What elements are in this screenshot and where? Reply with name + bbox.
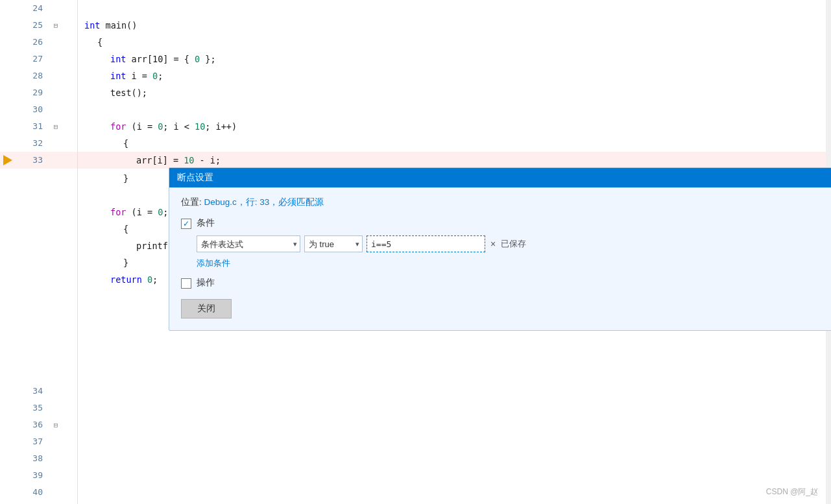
code-area: int main() { int arr[10] = { 0 }; int i … [78, 0, 831, 504]
code-num-36a: 0 [158, 204, 163, 221]
line-number-34: 34 [16, 383, 49, 400]
condition-saved-label: 已保存 [501, 238, 526, 250]
keyword-return-40: return [110, 271, 142, 288]
location-prefix: 位置: [181, 197, 202, 207]
line-row-32: 32 [0, 135, 77, 152]
line-number-36: 36 [16, 416, 49, 433]
breakpoint-area-33[interactable] [0, 155, 16, 165]
code-text-29: test(); [110, 84, 147, 101]
code-num-31b: 10 [195, 118, 205, 135]
keyword-int-28: int [110, 67, 126, 84]
line-number-39: 39 [16, 467, 49, 484]
code-text-27b: }; [200, 51, 215, 67]
line-row-33: 33 [0, 152, 77, 169]
line-number-24: 24 [16, 0, 49, 17]
line-gutter: 24 25 ⊟ 26 27 28 29 [0, 0, 78, 504]
popup-location: 位置: Debug.c，行: 33，必须匹配源 [181, 197, 831, 208]
code-text-33: arr[i] = [136, 152, 184, 169]
keyword-int-25: int [84, 17, 100, 34]
fold-area-25[interactable]: ⊟ [49, 21, 62, 30]
operation-checkbox[interactable] [181, 278, 191, 289]
add-condition-link[interactable]: 添加条件 [197, 258, 831, 269]
line-number-33: 33 [16, 152, 49, 169]
editor-container: 24 25 ⊟ 26 27 28 29 [0, 0, 831, 504]
line-number-37: 37 [16, 433, 49, 450]
code-text-25: main() [100, 17, 137, 34]
condition-checkbox[interactable] [181, 219, 191, 229]
fold-icon-36[interactable]: ⊟ [54, 421, 58, 429]
code-text-39: } [123, 254, 128, 271]
code-line-26: { [78, 34, 831, 51]
code-line-30 [78, 101, 831, 118]
code-text-40a [142, 271, 147, 288]
condition-clear-button[interactable]: × [489, 239, 497, 249]
popup-body: 位置: Debug.c，行: 33，必须匹配源 条件 条件表达式 [169, 187, 831, 330]
code-num-33: 10 [184, 152, 194, 169]
condition-mode-select[interactable]: 为 true [304, 235, 363, 252]
fold-icon-31[interactable]: ⊟ [54, 123, 58, 131]
line-row-36: 36 ⊟ [0, 416, 77, 433]
line-row-30: 30 [0, 101, 77, 118]
code-text-31a: (i = [126, 118, 158, 135]
code-line-27: int arr[10] = { 0 }; [78, 51, 831, 67]
close-btn-row: 关闭 [181, 299, 831, 318]
line-number-30: 30 [16, 101, 49, 118]
code-num-40: 0 [147, 271, 152, 288]
fold-icon-25[interactable]: ⊟ [54, 21, 58, 30]
code-text-34: } [123, 170, 128, 187]
location-link[interactable]: Debug.c，行: 33，必须匹配源 [204, 197, 324, 207]
code-line-32: { [78, 135, 831, 152]
code-text-36a: (i = [126, 204, 158, 221]
line-row-40: 40 [0, 484, 77, 501]
code-text-28a: i = [126, 67, 152, 84]
code-line-33: arr[i] = 10 - i; [78, 152, 831, 169]
code-text-28b: ; [158, 67, 163, 84]
line-row-24: 24 [0, 0, 77, 17]
line-row-38: 38 [0, 450, 77, 467]
keyword-for-36: for [110, 204, 126, 221]
code-text-33b: - i; [194, 152, 221, 169]
condition-row: 条件表达式 为 true × 已保存 [197, 235, 831, 252]
code-text-40b: ; [152, 271, 158, 288]
popup-header: 断点设置 × [169, 168, 831, 187]
code-num-31a: 0 [158, 118, 163, 135]
line-row-39: 39 [0, 467, 77, 484]
code-line-24 [78, 0, 831, 17]
code-num-28: 0 [152, 67, 158, 84]
code-num-27: 0 [195, 51, 200, 67]
watermark: CSDN @阿_赵 [766, 486, 818, 498]
condition-type-wrapper: 条件表达式 [197, 235, 300, 252]
line-number-27: 27 [16, 51, 49, 67]
condition-type-select[interactable]: 条件表达式 [197, 235, 300, 252]
line-number-35: 35 [16, 400, 49, 416]
code-text-38a: printf( [136, 237, 173, 254]
line-number-40: 40 [16, 484, 49, 501]
code-text-37: { [123, 221, 128, 237]
code-line-25: int main() [78, 17, 831, 34]
line-row-35: 35 [0, 400, 77, 416]
code-text-27a: arr[10] = { [126, 51, 195, 67]
condition-section: 条件 [181, 217, 831, 229]
code-text-31b: ; i < [163, 118, 195, 135]
close-button[interactable]: 关闭 [181, 299, 232, 318]
line-number-31: 31 [16, 118, 49, 135]
condition-value-input[interactable] [367, 235, 485, 252]
condition-mode-wrapper: 为 true [304, 235, 363, 252]
breakpoint-arrow-33 [3, 155, 12, 165]
line-number-29: 29 [16, 84, 49, 101]
fold-area-31[interactable]: ⊟ [49, 123, 62, 131]
line-number-26: 26 [16, 34, 49, 51]
line-number-25: 25 [16, 17, 49, 34]
line-number-32: 32 [16, 135, 49, 152]
code-line-29: test(); [78, 84, 831, 101]
line-number-38: 38 [16, 450, 49, 467]
fold-area-36[interactable]: ⊟ [49, 421, 62, 429]
line-row-25: 25 ⊟ [0, 17, 77, 34]
line-row-27: 27 [0, 51, 77, 67]
line-row-37: 37 [0, 433, 77, 450]
code-text-26: { [97, 34, 102, 51]
line-row-31: 31 ⊟ [0, 118, 77, 135]
operation-label: 操作 [197, 277, 215, 289]
condition-label: 条件 [197, 217, 215, 229]
code-line-31: for (i = 0 ; i < 10 ; i++) [78, 118, 831, 135]
